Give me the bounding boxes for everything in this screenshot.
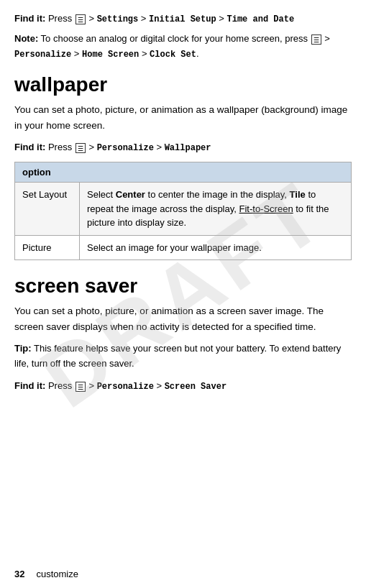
wallpaper-find-it-label: Find it: [14, 142, 45, 152]
page-footer: 32 customize [14, 569, 78, 579]
footer-label: customize [36, 569, 78, 579]
table-row: Picture Select an image for your wallpap… [15, 235, 352, 260]
table-row: Set Layout Select Center to center the i… [15, 183, 352, 236]
find-it-label: Find it: [14, 13, 45, 24]
wallpaper-find-it-path: Press ☰ > Personalize > Wallpaper [48, 142, 211, 152]
option-picture-desc: Select an image for your wallpaper image… [80, 235, 352, 260]
option-set-layout: Set Layout [15, 183, 80, 236]
screen-saver-find-it: Find it: Press ☰ > Personalize > Screen … [14, 379, 352, 393]
menu-icon: ☰ [76, 14, 86, 24]
wallpaper-description: You can set a photo, picture, or animati… [14, 102, 352, 133]
center-text: Center [116, 189, 145, 200]
screen-saver-tip: Tip: This feature helps save your screen… [14, 341, 352, 372]
screen-saver-description: You can set a photo, picture, or animati… [14, 303, 352, 334]
top-note: Note: To choose an analog or digital clo… [14, 32, 352, 62]
screen-saver-find-it-label: Find it: [14, 380, 45, 391]
note-text: To choose an analog or digital clock for… [14, 33, 330, 59]
option-set-layout-desc: Select Center to center the image in the… [80, 183, 352, 236]
wallpaper-table: option Set Layout Select Center to cente… [14, 162, 352, 260]
menu-icon-4: ☰ [76, 382, 86, 392]
option-picture: Picture [15, 235, 80, 260]
menu-icon-3: ☰ [76, 143, 86, 153]
page-number: 32 [14, 569, 24, 579]
table-header: option [15, 162, 352, 183]
fit-to-screen-text: Fit-to-Screen [239, 203, 293, 214]
tip-label: Tip: [14, 343, 32, 354]
wallpaper-heading: wallpaper [14, 73, 352, 96]
wallpaper-find-it: Find it: Press ☰ > Personalize > Wallpap… [14, 140, 352, 155]
screen-saver-heading: screen saver [14, 275, 352, 298]
top-find-it: Find it: Press ☰ > Settings > Initial Se… [14, 12, 352, 26]
tile-text: Tile [290, 189, 306, 200]
note-label: Note: [14, 33, 38, 44]
find-it-path-text: Press ☰ > Settings > Initial Setup > Tim… [48, 13, 294, 24]
menu-icon-2: ☰ [311, 35, 321, 45]
screen-saver-find-it-path: Press ☰ > Personalize > Screen Saver [48, 380, 227, 391]
tip-text: This feature helps save your screen but … [14, 343, 341, 369]
